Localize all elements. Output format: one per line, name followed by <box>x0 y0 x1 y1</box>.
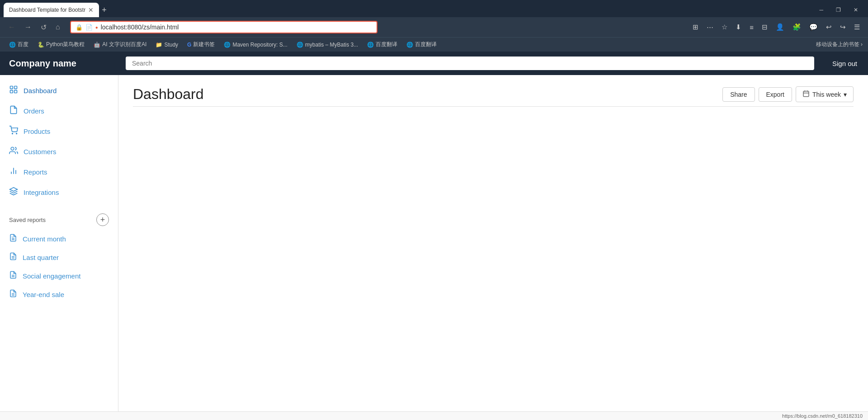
minimize-button[interactable]: ─ <box>813 5 830 15</box>
back-button[interactable]: ← <box>5 21 18 33</box>
app-container: Company name Sign out Dashboard <box>0 52 868 420</box>
app-header: Company name Sign out <box>0 52 868 75</box>
bookmarks-right[interactable]: 移动设备上的书签 › <box>816 41 863 48</box>
bookmark-label: 新建书签 <box>193 41 215 48</box>
chevron-down-icon: ▾ <box>844 91 847 98</box>
page-icon: 📄 <box>85 24 93 31</box>
favorites-button[interactable]: ☆ <box>719 22 730 33</box>
undo-button[interactable]: ↩ <box>823 22 835 33</box>
status-url: https://blog.csdn.net/m0_618182310 <box>782 413 863 419</box>
mybatis-icon: 🌐 <box>297 42 303 48</box>
sidebar-item-customers[interactable]: Customers <box>0 142 118 162</box>
extensions-button[interactable]: ⊞ <box>690 22 701 33</box>
bookmark-google[interactable]: G 新建书签 <box>184 40 218 49</box>
baidu-icon: 🌐 <box>9 42 16 48</box>
sidebar-item-products[interactable]: Products <box>0 121 118 142</box>
export-button[interactable]: Export <box>759 87 792 102</box>
redo-button[interactable]: ↪ <box>837 22 849 33</box>
dashboard-icon <box>9 85 18 96</box>
main-header: Dashboard Share Export T <box>133 86 854 103</box>
sidebar-label-dashboard: Dashboard <box>24 87 57 94</box>
folder-icon: 📁 <box>156 42 162 48</box>
sidebar: Dashboard Orders <box>0 75 118 411</box>
report-icon-yearend <box>9 289 17 300</box>
bookmark-ai[interactable]: 🤖 AI 文字识别百度AI <box>90 40 150 49</box>
sidebar-report-current-month[interactable]: Current month <box>0 230 118 248</box>
app-brand: Company name <box>0 58 118 69</box>
reports-icon <box>9 166 18 178</box>
bookmark-maven[interactable]: 🌐 Maven Repository: S... <box>220 41 291 49</box>
restore-button[interactable]: ❐ <box>830 5 847 15</box>
report-icon-social <box>9 271 17 281</box>
browser-chrome: Dashboard Template for Bootstr ✕ + ─ ❐ ✕… <box>0 0 868 52</box>
collections-button[interactable]: ≡ <box>747 22 756 33</box>
svg-point-6 <box>11 147 14 151</box>
active-tab[interactable]: Dashboard Template for Bootstr ✕ <box>4 3 99 17</box>
menu-button[interactable]: ☰ <box>851 22 863 33</box>
bookmark-label: 百度翻译 <box>415 41 437 48</box>
share-button[interactable]: Share <box>722 87 755 102</box>
forward-button[interactable]: → <box>22 21 34 33</box>
bookmark-label: Maven Repository: S... <box>232 42 287 48</box>
sidebar-label-integrations: Integrations <box>24 189 59 196</box>
sidebar-label-products: Products <box>24 127 50 135</box>
sidebar-nav: Dashboard Orders <box>0 80 118 203</box>
extensions2-button[interactable]: 🧩 <box>790 22 804 33</box>
main-actions: Share Export This week ▾ <box>722 86 854 102</box>
notes-button[interactable]: 💬 <box>807 22 821 33</box>
home-button[interactable]: ⌂ <box>53 21 63 33</box>
more-button[interactable]: ⋯ <box>704 22 716 33</box>
bookmark-baidu[interactable]: 🌐 百度 <box>5 40 32 49</box>
sidebar-label-customers: Customers <box>24 148 57 156</box>
bookmarks-bar: 🌐 百度 🐍 Python菜鸟教程 🤖 AI 文字识别百度AI 📁 Study … <box>0 37 868 52</box>
sidebar-item-integrations[interactable]: Integrations <box>0 182 118 203</box>
split-button[interactable]: ⊟ <box>759 22 770 33</box>
svg-rect-0 <box>10 86 13 89</box>
saved-reports-header: Saved reports + <box>0 210 118 230</box>
sidebar-report-last-quarter[interactable]: Last quarter <box>0 248 118 267</box>
nav-bar: ← → ↺ ⌂ 🔒 📄 ● localhost:8080/zs/main.htm… <box>0 17 868 37</box>
bookmark-label: Study <box>164 42 178 48</box>
svg-marker-10 <box>10 188 18 191</box>
report-icon-current-month <box>9 234 17 244</box>
address-bar[interactable]: 🔒 📄 ● localhost:8080/zs/main.html <box>70 21 377 33</box>
profile-button[interactable]: 👤 <box>773 22 787 33</box>
calendar-icon <box>802 90 810 99</box>
bookmark-study[interactable]: 📁 Study <box>152 41 182 49</box>
sidebar-report-yearend[interactable]: Year-end sale <box>0 285 118 304</box>
search-wrap <box>118 57 821 70</box>
sidebar-item-orders[interactable]: Orders <box>0 101 118 121</box>
downloads-button[interactable]: ⬇ <box>733 22 744 33</box>
bookmark-mybatis[interactable]: 🌐 mybatis – MyBatis 3... <box>293 41 362 49</box>
sidebar-item-dashboard[interactable]: Dashboard <box>0 80 118 101</box>
this-week-button[interactable]: This week ▾ <box>796 86 854 102</box>
customers-icon <box>9 146 18 157</box>
svg-rect-2 <box>10 90 13 93</box>
page-title: Dashboard <box>133 86 204 103</box>
report-label-current-month: Current month <box>23 235 66 243</box>
refresh-button[interactable]: ↺ <box>38 21 49 33</box>
bookmark-label: Python菜鸟教程 <box>46 41 85 48</box>
add-report-button[interactable]: + <box>96 213 109 226</box>
security-icon: 🔒 <box>75 24 83 31</box>
tab-close-icon[interactable]: ✕ <box>88 6 94 14</box>
svg-rect-3 <box>14 90 17 93</box>
bookmark-label: mybatis – MyBatis 3... <box>305 42 358 48</box>
sidebar-item-reports[interactable]: Reports <box>0 162 118 182</box>
bookmark-python[interactable]: 🐍 Python菜鸟教程 <box>34 40 88 49</box>
this-week-label: This week <box>812 91 841 98</box>
main-content: Dashboard Share Export T <box>118 75 868 411</box>
search-input[interactable] <box>126 57 814 70</box>
python-icon: 🐍 <box>38 42 44 48</box>
bookmark-fanyi1[interactable]: 🌐 百度翻译 <box>363 40 401 49</box>
tab-title: Dashboard Template for Bootstr <box>9 7 85 13</box>
new-tab-button[interactable]: + <box>102 5 107 15</box>
integrations-icon <box>9 187 18 198</box>
tab-bar: Dashboard Template for Bootstr ✕ + ─ ❐ ✕ <box>0 0 868 17</box>
sidebar-report-social[interactable]: Social engagement <box>0 267 118 285</box>
bookmark-fanyi2[interactable]: 🌐 百度翻译 <box>403 40 440 49</box>
bookmark-label: 百度翻译 <box>376 41 397 48</box>
signout-button[interactable]: Sign out <box>821 60 868 67</box>
status-bar: https://blog.csdn.net/m0_618182310 <box>0 411 868 420</box>
close-button[interactable]: ✕ <box>847 5 864 15</box>
